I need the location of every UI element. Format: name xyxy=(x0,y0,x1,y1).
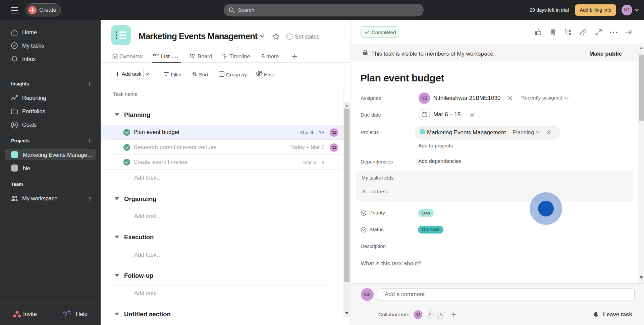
svg-text:?: ? xyxy=(63,310,67,320)
